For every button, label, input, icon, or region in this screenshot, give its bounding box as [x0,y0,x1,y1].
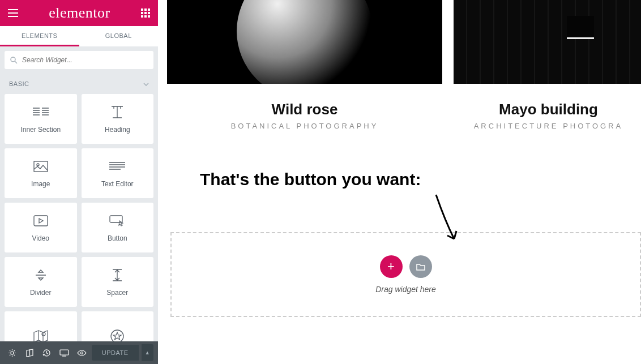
folder-icon [416,263,425,271]
portfolio-subtitle: ARCHITECTURE PHOTOGRA [454,122,641,130]
portfolio-title: Wild rose [167,101,442,118]
widget-label: Heading [105,126,130,134]
text-editor-icon [109,159,125,174]
svg-rect-1 [144,8,147,11]
map-icon [33,328,48,341]
dropzone-buttons: + [380,255,432,278]
star-icon [110,328,124,341]
svg-rect-11 [34,161,48,172]
svg-rect-6 [141,15,143,18]
panel-tabs: ELEMENTS GLOBAL [0,26,158,46]
apps-icon[interactable] [141,8,150,18]
widget-divider[interactable]: Divider [5,257,77,307]
spacer-icon [112,267,123,283]
widget-spacer[interactable]: Spacer [82,257,154,307]
widget-label: Inner Section [20,126,61,134]
history-icon[interactable] [40,344,55,361]
search-input[interactable] [22,56,148,64]
dropzone-hint: Drag widget here [375,285,436,294]
search-container [0,46,158,74]
panel-header: elementor [0,0,158,26]
category-label: BASIC [9,80,29,87]
columns-icon [33,104,49,120]
svg-rect-7 [144,15,147,18]
tab-global[interactable]: GLOBAL [79,26,159,46]
portfolio-title: Mayo building [454,101,641,118]
widget-inner-section[interactable]: Inner Section [5,94,77,144]
preview-icon[interactable] [74,344,89,361]
widget-icon[interactable] [82,311,154,341]
video-icon [33,213,48,229]
svg-point-12 [37,164,39,166]
svg-rect-5 [148,12,150,14]
chevron-down-icon [143,80,149,87]
svg-point-19 [80,352,83,354]
svg-rect-0 [141,8,143,11]
widget-label: Button [108,234,127,242]
drop-zone[interactable]: + Drag widget here [170,232,641,317]
button-icon [109,213,125,229]
portfolio-item[interactable]: Mayo building ARCHITECTURE PHOTOGRA [454,0,641,130]
panel-footer: UPDATE ▲ [0,341,158,364]
menu-icon[interactable] [8,9,18,17]
responsive-icon[interactable] [57,344,72,361]
category-basic[interactable]: BASIC [0,74,158,94]
tab-elements[interactable]: ELEMENTS [0,26,79,46]
widget-label: Divider [30,289,51,297]
image-icon [33,159,48,174]
settings-icon[interactable] [5,344,20,361]
save-options-caret[interactable]: ▲ [142,344,153,361]
widget-video[interactable]: Video [5,203,77,252]
svg-rect-18 [60,350,69,355]
add-template-button[interactable] [409,255,432,278]
svg-line-10 [15,61,17,63]
search-box [5,51,153,69]
svg-point-9 [11,57,15,62]
portfolio-image [454,0,641,84]
widget-label: Video [32,234,49,242]
widget-heading[interactable]: Heading [82,94,154,144]
portfolio-row: Wild rose BOTANICAL PHOTOGRAPHY Mayo bui… [158,0,641,130]
svg-rect-3 [141,12,143,14]
widget-grid: Inner Section Heading Image Text Editor … [0,94,158,341]
heading-icon [109,104,125,120]
divider-icon [35,267,47,283]
widget-text-editor[interactable]: Text Editor [82,148,154,198]
portfolio-image [167,0,442,84]
brand-logo: elementor [49,5,110,22]
widget-image[interactable]: Image [5,148,77,198]
widget-button[interactable]: Button [82,203,154,252]
navigator-icon[interactable] [22,344,37,361]
search-icon [10,57,18,64]
widget-label: Image [31,180,50,188]
svg-rect-4 [144,12,147,14]
elementor-panel: elementor ELEMENTS GLOBAL BASIC Inner Se… [0,0,158,364]
svg-rect-2 [148,8,150,11]
svg-rect-13 [34,216,48,226]
svg-point-15 [42,332,45,336]
svg-point-17 [11,352,14,354]
portfolio-item[interactable]: Wild rose BOTANICAL PHOTOGRAPHY [167,0,442,130]
portfolio-subtitle: BOTANICAL PHOTOGRAPHY [167,122,442,130]
editor-canvas: Wild rose BOTANICAL PHOTOGRAPHY Mayo bui… [158,0,641,364]
widget-google-maps[interactable] [5,311,77,341]
widget-label: Text Editor [101,180,134,188]
annotation-text: That's the button you want: [200,170,421,189]
update-button[interactable]: UPDATE [92,345,139,361]
widget-label: Spacer [106,289,128,297]
svg-rect-8 [148,15,150,18]
add-section-button[interactable]: + [380,255,403,278]
